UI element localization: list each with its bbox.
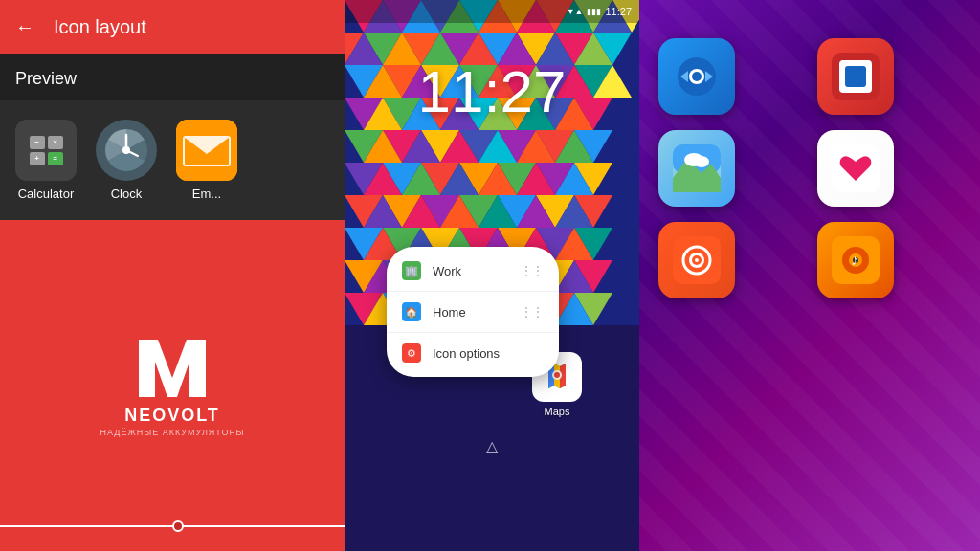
clock-icon-item: Clock	[96, 120, 157, 201]
header-bar: ← Icon layout	[0, 0, 345, 54]
context-menu: 🏢 Work ⋮⋮ 🏠 Home ⋮⋮ ⚙ Icon options	[387, 247, 559, 377]
svg-point-172	[694, 156, 709, 167]
icon-options-label: Icon options	[433, 346, 544, 361]
maps-label: Maps	[545, 406, 570, 417]
neovolt-logo: NEOVOLT НАДЁЖНЫЕ АККУМУЛЯТОРЫ	[100, 335, 245, 437]
page-title: Icon layout	[54, 16, 146, 38]
home-icon: 🏠	[402, 302, 421, 321]
music-app-icon[interactable]: ♪	[817, 222, 894, 298]
heart-app-icon[interactable]	[817, 130, 894, 207]
preview-area: − × + = Calculator	[0, 100, 345, 220]
home-label: Home	[433, 305, 509, 320]
svg-text:♪: ♪	[851, 252, 858, 268]
neovolt-subtext: НАДЁЖНЫЕ АККУМУЛЯТОРЫ	[100, 428, 245, 437]
email-icon-item: Em...	[176, 120, 237, 201]
status-bar: ▼▲ ▮▮▮ 11:27	[345, 0, 639, 23]
settings-app-icon[interactable]	[658, 38, 735, 115]
right-icons-grid: ♪	[658, 38, 961, 298]
work-label: Work	[433, 264, 509, 278]
back-button[interactable]: ←	[15, 16, 34, 38]
neovolt-name: NEOVOLT	[124, 406, 220, 426]
weather-app-icon[interactable]	[658, 130, 735, 207]
calculator-label: Calculator	[18, 187, 75, 201]
middle-panel: ▼▲ ▮▮▮ 11:27 11:27 🏢 Work ⋮⋮ 🏠 Home ⋮⋮ ⚙…	[345, 0, 639, 551]
svg-rect-170	[673, 178, 721, 192]
svg-marker-7	[139, 340, 206, 397]
scroll-up-indicator: △	[486, 437, 498, 455]
home-handle: ⋮⋮	[521, 305, 544, 319]
clock-time-display: 11:27	[345, 57, 639, 125]
svg-rect-166	[845, 66, 866, 87]
svg-point-178	[695, 258, 699, 262]
neovolt-n-logo	[134, 335, 211, 402]
square-app-icon[interactable]	[817, 38, 894, 115]
clock-icon	[96, 120, 157, 181]
svg-point-163	[692, 72, 702, 81]
work-handle: ⋮⋮	[521, 264, 544, 277]
camera-app-icon[interactable]	[658, 222, 735, 298]
menu-item-work[interactable]: 🏢 Work ⋮⋮	[387, 251, 559, 292]
icon-options-icon: ⚙	[402, 343, 421, 363]
menu-item-home[interactable]: 🏠 Home ⋮⋮	[387, 292, 559, 333]
calculator-icon-item: − × + = Calculator	[15, 120, 77, 201]
calc-equals: =	[48, 152, 63, 165]
timeline-dot	[172, 520, 184, 532]
neovolt-area: NEOVOLT НАДЁЖНЫЕ АККУМУЛЯТОРЫ	[0, 220, 345, 551]
battery-icon: ▮▮▮	[587, 7, 601, 16]
calc-plus: +	[30, 152, 45, 165]
calculator-icon: − × + =	[15, 120, 77, 181]
work-icon: 🏢	[402, 261, 421, 280]
email-icon	[176, 120, 237, 181]
status-icons: ▼▲ ▮▮▮ 11:27	[567, 6, 632, 17]
left-panel: ← Icon layout Preview − × + = Calculator	[0, 0, 345, 551]
calc-minus: −	[30, 136, 45, 149]
right-panel: ♪	[639, 0, 980, 551]
signal-icon: ▼▲	[567, 7, 584, 16]
status-time: 11:27	[605, 6, 632, 17]
clock-label: Clock	[111, 187, 143, 201]
calc-times: ×	[48, 136, 63, 149]
email-label: Em...	[192, 187, 221, 201]
preview-label: Preview	[0, 54, 345, 100]
menu-item-icon-options[interactable]: ⚙ Icon options	[387, 333, 559, 373]
